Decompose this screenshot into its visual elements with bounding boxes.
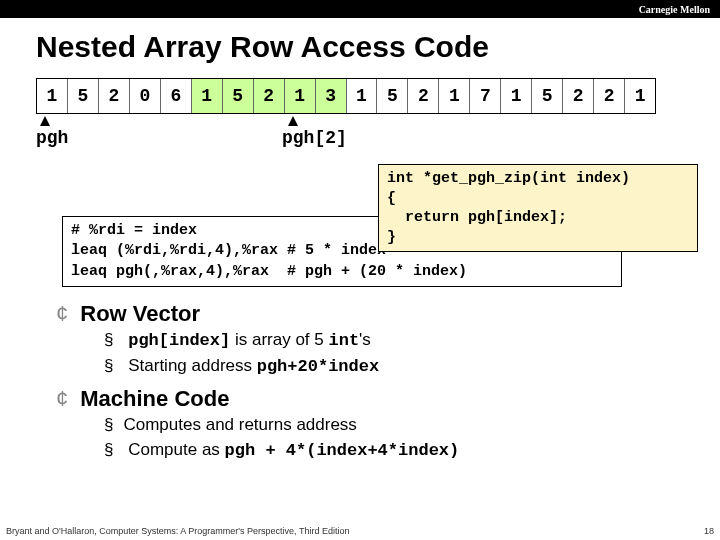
- code-inline: pgh+20*index: [257, 357, 379, 376]
- array-cell: 1: [192, 79, 223, 113]
- array-cell: 1: [625, 79, 655, 113]
- brand-label: Carnegie Mellon: [639, 4, 710, 15]
- pointer-label-pgh: pgh: [36, 128, 68, 148]
- array-cell: 2: [254, 79, 285, 113]
- array-cell: 2: [99, 79, 130, 113]
- array-cell: 0: [130, 79, 161, 113]
- pointer-row: pgh pgh[2]: [36, 114, 720, 154]
- array-cell: 1: [439, 79, 470, 113]
- footer: Bryant and O'Hallaron, Computer Systems:…: [6, 526, 714, 536]
- array-cell: 2: [408, 79, 439, 113]
- array-cell: 1: [37, 79, 68, 113]
- bullet-list: Row Vector pgh[index] is array of 5 int'…: [56, 301, 720, 464]
- arrow-up-icon: [40, 116, 50, 126]
- array-cell: 1: [347, 79, 378, 113]
- section-heading: Row Vector: [56, 301, 720, 327]
- code-block-c: int *get_pgh_zip(int index) { return pgh…: [378, 164, 698, 252]
- array-cell: 5: [532, 79, 563, 113]
- array-cell: 1: [501, 79, 532, 113]
- array-cell: 7: [470, 79, 501, 113]
- pointer-label-pgh2: pgh[2]: [282, 128, 347, 148]
- bullet-item: Computes and returns address: [104, 412, 720, 438]
- array-cell: 6: [161, 79, 192, 113]
- bullet-item: pgh[index] is array of 5 int's: [104, 327, 720, 354]
- code-inline: pgh[index]: [128, 331, 230, 350]
- array-cell: 2: [563, 79, 594, 113]
- array-cell: 5: [68, 79, 99, 113]
- bullet-item: Starting address pgh+20*index: [104, 353, 720, 380]
- array-cell: 1: [285, 79, 316, 113]
- brand-bar: Carnegie Mellon: [0, 0, 720, 18]
- page-title: Nested Array Row Access Code: [36, 30, 720, 64]
- arrow-up-icon: [288, 116, 298, 126]
- array-cell: 5: [377, 79, 408, 113]
- array-diagram: 15206152131521715221: [36, 78, 656, 114]
- array-cell: 5: [223, 79, 254, 113]
- array-cell: 2: [594, 79, 625, 113]
- page-number: 18: [704, 526, 714, 536]
- array-cell: 3: [316, 79, 347, 113]
- code-inline: pgh + 4*(index+4*index): [225, 441, 460, 460]
- footer-credit: Bryant and O'Hallaron, Computer Systems:…: [6, 526, 349, 536]
- section-heading: Machine Code: [56, 386, 720, 412]
- code-inline: int: [329, 331, 360, 350]
- bullet-item: Compute as pgh + 4*(index+4*index): [104, 437, 720, 464]
